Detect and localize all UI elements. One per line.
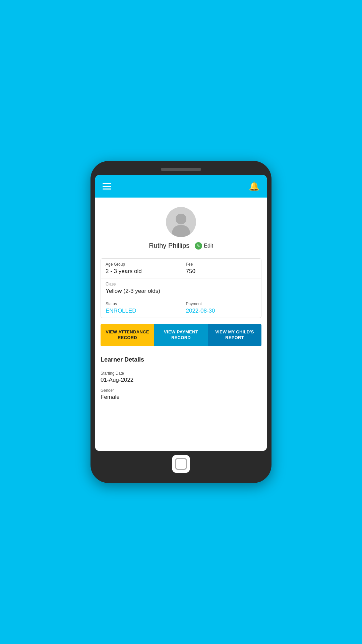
avatar-head <box>176 214 186 224</box>
class-value: Yellow (2-3 year olds) <box>106 288 256 294</box>
main-content: Ruthy Phillips ✎ Edit Age Group 2 - 3 ye… <box>95 198 267 451</box>
payment-cell: Payment 2022-08-30 <box>181 298 261 318</box>
gender-label: Gender <box>101 388 261 393</box>
payment-value: 2022-08-30 <box>186 308 257 314</box>
info-table: Age Group 2 - 3 years old Fee 750 Class … <box>101 258 261 318</box>
phone-screen: 🔔 Ruthy Phillips ✎ Edit <box>95 175 267 451</box>
phone-device: 🔔 Ruthy Phillips ✎ Edit <box>90 161 272 483</box>
status-payment-row: Status ENROLLED Payment 2022-08-30 <box>101 298 261 318</box>
status-value: ENROLLED <box>106 308 176 314</box>
view-payment-button[interactable]: VIEW PAYMENT RECORD <box>154 324 208 346</box>
profile-section: Ruthy Phillips ✎ Edit <box>95 198 267 258</box>
status-label: Status <box>106 302 176 306</box>
avatar <box>166 207 196 237</box>
avatar-person <box>166 207 196 237</box>
fee-cell: Fee 750 <box>181 259 261 278</box>
class-cell: Class Yellow (2-3 year olds) <box>101 278 261 298</box>
payment-label: Payment <box>186 302 257 306</box>
home-button-inner <box>175 458 187 470</box>
gender-value: Female <box>101 394 261 400</box>
learner-details-section: Learner Details Starting Date 01-Aug-202… <box>95 350 267 415</box>
age-group-value: 2 - 3 years old <box>106 268 176 275</box>
edit-icon: ✎ <box>195 242 202 250</box>
starting-date-label: Starting Date <box>101 371 261 376</box>
status-cell: Status ENROLLED <box>101 298 181 318</box>
app-header: 🔔 <box>95 175 267 198</box>
fee-label: Fee <box>186 262 257 267</box>
age-group-label: Age Group <box>106 262 176 267</box>
age-fee-row: Age Group 2 - 3 years old Fee 750 <box>101 259 261 278</box>
view-report-button[interactable]: VIEW MY CHILD'S REPORT <box>208 324 261 346</box>
learner-details-title: Learner Details <box>101 356 261 366</box>
avatar-body <box>172 225 190 237</box>
age-group-cell: Age Group 2 - 3 years old <box>101 259 181 278</box>
phone-speaker <box>161 168 201 171</box>
bell-icon[interactable]: 🔔 <box>249 181 259 192</box>
user-name: Ruthy Phillips <box>149 242 189 250</box>
view-attendance-button[interactable]: VIEW ATTENDANCE RECORD <box>101 324 154 346</box>
fee-value: 750 <box>186 268 257 275</box>
action-buttons-row: VIEW ATTENDANCE RECORD VIEW PAYMENT RECO… <box>101 324 261 346</box>
name-row: Ruthy Phillips ✎ Edit <box>149 242 213 250</box>
home-button[interactable] <box>172 455 190 473</box>
edit-label: Edit <box>204 243 213 249</box>
menu-icon[interactable] <box>103 183 111 190</box>
class-row: Class Yellow (2-3 year olds) <box>101 278 261 298</box>
edit-button[interactable]: ✎ Edit <box>195 242 213 250</box>
starting-date-value: 01-Aug-2022 <box>101 377 261 383</box>
class-label: Class <box>106 282 256 286</box>
